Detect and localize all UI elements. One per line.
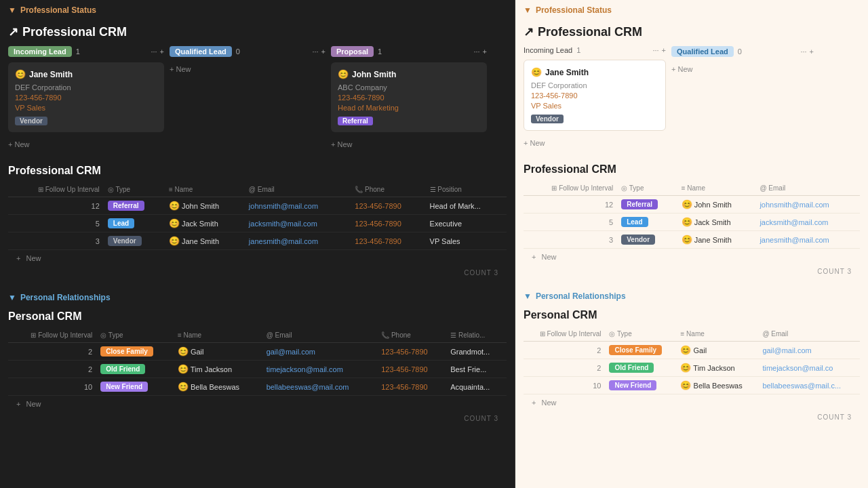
add-col-button-r[interactable]: + — [662, 46, 666, 54]
col-actions-qualified-r[interactable]: ··· + — [800, 47, 814, 56]
th-phone: 📞 Phone — [351, 182, 425, 197]
add-row-label-r[interactable]: New — [541, 253, 556, 261]
table-row[interactable]: 3 Vendor 😊 Jane Smith janesmith@mail.com… — [8, 232, 507, 250]
professional-status-label: Professional Status — [20, 5, 96, 15]
card-phone-john: 123-456-7890 — [338, 94, 480, 102]
ellipsis-icon-q[interactable]: ··· — [312, 47, 318, 56]
arrow-diagonal-icon: ↗ — [8, 24, 18, 39]
card-name-john: 😊 John Smith — [338, 69, 480, 79]
card-tag-vendor-r: Vendor — [531, 115, 564, 123]
table-row[interactable]: 12 Referral 😊 John Smith johnsmith@mail.… — [8, 197, 507, 215]
table-row[interactable]: 5 Lead 😊 Jack Smith jacksmith@mail.com — [524, 214, 860, 231]
th-type-p: ◎ Type — [96, 328, 174, 343]
table-row[interactable]: 2 Close Family 😊 Gail gail@mail.com 123-… — [8, 343, 507, 361]
ellipsis-icon-qr[interactable]: ··· — [800, 47, 806, 56]
personal-footer-left[interactable]: + New — [8, 396, 507, 412]
name-cell-pr: 😊 Tim Jackson — [676, 359, 758, 377]
crm-table-title-right: Professional CRM — [524, 163, 860, 176]
add-new-qualified-r[interactable]: + New — [671, 62, 814, 76]
incoming-badge: Incoming Lead — [8, 46, 72, 57]
right-panel: ▼ Professional Status ↗ Professional CRM… — [515, 0, 868, 488]
position-cell: Head of Mark... — [426, 197, 507, 215]
table-footer-right[interactable]: + New — [524, 249, 860, 265]
table-row[interactable]: 10 New Friend 😊 Bella Beeswas bellabeesw… — [8, 378, 507, 396]
th-type-r: ◎ Type — [617, 181, 677, 196]
add-new-proposal[interactable]: + New — [331, 138, 487, 151]
email-cell-pr: bellabeeswas@mail.c... — [758, 377, 860, 394]
add-new-incoming[interactable]: + New — [8, 138, 164, 151]
table-row[interactable]: 2 Old Friend 😊 Tim Jackson timejackson@m… — [524, 359, 860, 377]
kanban-card-jane-r[interactable]: 😊 Jane Smith DEF Corporation 123-456-789… — [524, 60, 666, 131]
table-row[interactable]: 10 New Friend 😊 Bella Beeswas bellabeesw… — [524, 377, 860, 394]
type-badge-vendor-r: Vendor — [621, 235, 655, 245]
card-company-jane: DEF Corporation — [15, 83, 157, 92]
table-footer-left[interactable]: + New — [8, 250, 507, 266]
grid-icon-r: ⊞ — [551, 184, 557, 192]
th-name-r: ≡ Name — [677, 181, 756, 196]
type-badge-lead: Lead — [108, 218, 134, 228]
card-phone-jane: 123-456-7890 — [15, 94, 157, 102]
table-row[interactable]: 5 Lead 😊 Jack Smith jacksmith@mail.com 1… — [8, 215, 507, 232]
crm-count-right: COUNT 3 — [524, 265, 860, 281]
ellipsis-icon[interactable]: ··· — [151, 47, 157, 56]
col-actions-qualified[interactable]: ··· + — [312, 47, 326, 56]
add-row-icon-r[interactable]: + — [532, 253, 536, 261]
personal-footer-right[interactable]: + New — [524, 394, 860, 411]
type-cell-p: Close Family — [96, 343, 174, 361]
add-row-icon-p[interactable]: + — [16, 400, 20, 408]
type-badge-referral-r: Referral — [621, 199, 658, 209]
add-new-qualified[interactable]: + New — [170, 62, 326, 76]
type-cell-p: New Friend — [96, 378, 174, 396]
interval-cell-r: 3 — [524, 231, 617, 249]
email-cell-p: bellabeeswas@mail.com — [262, 378, 378, 396]
name-cell-p: 😊 Tim Jackson — [174, 361, 262, 378]
add-row-icon-pr[interactable]: + — [532, 399, 536, 407]
type-icon-r: ◎ — [621, 184, 627, 192]
ellipsis-icon-r[interactable]: ··· — [652, 46, 658, 54]
add-row-label-p[interactable]: New — [26, 400, 41, 408]
triangle-down-icon-personal-r: ▼ — [524, 291, 532, 301]
kanban-card-john[interactable]: 😊 John Smith ABC Company 123-456-7890 He… — [331, 62, 487, 132]
kanban-card-jane[interactable]: 😊 Jane Smith DEF Corporation 123-456-789… — [8, 62, 164, 132]
th-type: ◎ Type — [104, 182, 165, 197]
type-cell-r: Lead — [617, 214, 677, 231]
email-cell: janesmith@mail.com — [245, 232, 351, 250]
add-row-label[interactable]: New — [26, 254, 41, 262]
add-col-button-qr[interactable]: + — [810, 47, 814, 56]
name-cell-pr: 😊 Gail — [676, 342, 758, 359]
qualified-badge-r: Qualified Lead — [671, 46, 734, 57]
add-col-button-p[interactable]: + — [483, 47, 487, 56]
position-cell: VP Sales — [426, 232, 507, 250]
email-cell-r: janesmith@mail.com — [755, 231, 860, 249]
col-actions-incoming-r[interactable]: ··· + — [652, 46, 666, 54]
interval-cell-pr: 2 — [524, 359, 605, 377]
qualified-count-r: 0 — [738, 47, 742, 56]
th-interval: ⊞ Follow Up Interval — [8, 182, 104, 197]
incoming-count: 1 — [76, 47, 80, 56]
table-row[interactable]: 3 Vendor 😊 Jane Smith janesmith@mail.com — [524, 231, 860, 249]
th-name-p: ≡ Name — [174, 328, 262, 343]
email-cell: johnsmith@mail.com — [245, 197, 351, 215]
personal-count-left: COUNT 3 — [8, 412, 507, 428]
kanban-col-proposal: Proposal 1 ··· + 😊 John Smith ABC Compan… — [331, 46, 487, 151]
triangle-down-icon-r: ▼ — [524, 5, 532, 15]
table-row[interactable]: 2 Old Friend 😊 Tim Jackson timejackson@m… — [8, 361, 507, 378]
add-row-label-pr[interactable]: New — [541, 399, 556, 407]
add-new-incoming-r[interactable]: + New — [524, 136, 666, 150]
name-icon-p: ≡ — [178, 331, 182, 339]
add-col-button[interactable]: + — [160, 47, 164, 56]
type-cell-r: Referral — [617, 196, 677, 214]
type-cell-pr: Close Family — [605, 342, 676, 359]
table-row[interactable]: 2 Close Family 😊 Gail gail@mail.com — [524, 342, 860, 359]
email-cell-pr: gail@mail.com — [758, 342, 860, 359]
avatar-john: 😊 — [338, 69, 349, 79]
col-actions-proposal[interactable]: ··· + — [473, 47, 487, 56]
crm-table-section-right: Professional CRM ⊞ Follow Up Interval ◎ … — [515, 158, 868, 286]
add-row-icon[interactable]: + — [16, 254, 20, 262]
ellipsis-icon-p[interactable]: ··· — [473, 47, 479, 56]
relation-icon: ☰ — [450, 331, 456, 339]
col-actions-incoming[interactable]: ··· + — [151, 47, 164, 56]
add-col-button-q[interactable]: + — [321, 47, 326, 56]
interval-cell-p: 10 — [8, 378, 96, 396]
table-row[interactable]: 12 Referral 😊 John Smith johnsmith@mail.… — [524, 196, 860, 214]
